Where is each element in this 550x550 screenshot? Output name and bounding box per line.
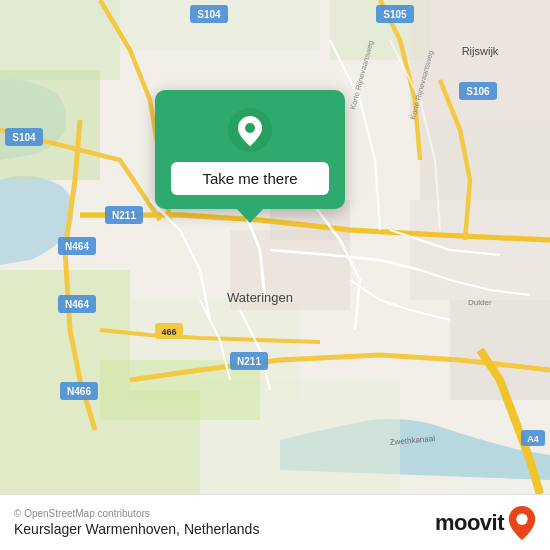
svg-text:Wateringen: Wateringen — [227, 290, 293, 305]
moovit-brand-text: moovit — [435, 510, 504, 536]
svg-text:A4: A4 — [527, 434, 539, 444]
svg-point-45 — [245, 123, 255, 133]
svg-text:N466: N466 — [67, 386, 91, 397]
svg-rect-13 — [420, 120, 550, 200]
svg-text:466: 466 — [161, 327, 176, 337]
svg-text:Rijswijk: Rijswijk — [462, 45, 499, 57]
svg-text:S104: S104 — [197, 9, 221, 20]
moovit-logo: moovit — [435, 506, 536, 540]
map-container: S104 S104 S105 S106 N211 N211 N464 N464 … — [0, 0, 550, 494]
footer-bar: © OpenStreetMap contributors Keurslager … — [0, 494, 550, 550]
take-me-there-button[interactable]: Take me there — [171, 162, 329, 195]
svg-text:S105: S105 — [383, 9, 407, 20]
moovit-pin-icon — [508, 506, 536, 540]
svg-text:S104: S104 — [12, 132, 36, 143]
svg-text:N464: N464 — [65, 299, 89, 310]
svg-rect-2 — [0, 70, 100, 180]
location-name: Keurslager Warmenhoven, Netherlands — [14, 521, 259, 537]
svg-text:N211: N211 — [237, 356, 261, 367]
copyright-text: © OpenStreetMap contributors — [14, 508, 259, 519]
svg-text:N211: N211 — [112, 210, 136, 221]
svg-text:N464: N464 — [65, 241, 89, 252]
footer-left: © OpenStreetMap contributors Keurslager … — [14, 508, 259, 537]
svg-rect-1 — [0, 0, 120, 80]
svg-text:Dulder: Dulder — [468, 298, 492, 307]
svg-point-46 — [516, 513, 527, 524]
popup-card: Take me there — [155, 90, 345, 209]
svg-rect-14 — [410, 200, 550, 300]
svg-text:S106: S106 — [466, 86, 490, 97]
map-background: S104 S104 S105 S106 N211 N211 N464 N464 … — [0, 0, 550, 494]
location-pin-icon — [228, 108, 272, 152]
